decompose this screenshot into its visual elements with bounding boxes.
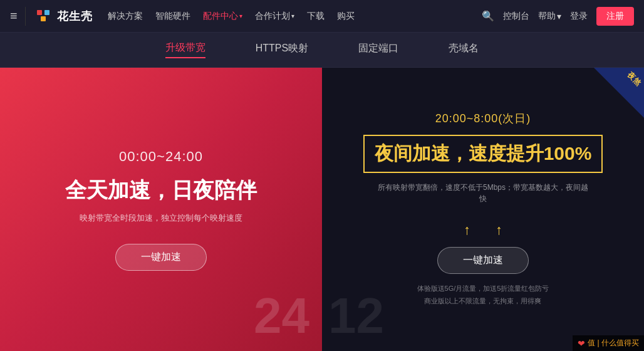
navbar: ≡ 花生壳 解决方案 智能硬件 配件中心 ▾ 合作计划 ▾ 下载 购买 🔍 控制… [0,0,644,33]
right-panel-title-box: 夜间加速，速度提升100% [363,135,603,173]
nav-link-hardware[interactable]: 智能硬件 [155,11,190,22]
nav-link-download[interactable]: 下载 [307,11,325,22]
nav-right: 🔍 控制台 帮助 ▾ 登录 注册 [482,7,634,26]
logo-text: 花生壳 [57,9,93,24]
arrow-up-left: ↑ [464,222,470,238]
right-panel-night: 夜煞 20:00~8:00(次日) 夜间加速，速度提升100% 所有映射带宽翻倍… [322,68,644,351]
svg-rect-3 [41,16,46,21]
register-button[interactable]: 注册 [596,7,634,26]
tab-https-mapping[interactable]: HTTPS映射 [256,42,308,58]
dropdown-arrow-partners: ▾ [291,13,294,19]
night-badge: 夜煞 [594,68,644,118]
right-panel-time: 20:00~8:00(次日) [435,111,531,126]
nav-control-link[interactable]: 控制台 [503,11,529,22]
left-panel-number: 24 [254,287,309,345]
right-panel-note: 体验版送5G/月流量，加送5折流量红包防亏 商业版以上不限流量，无拘束，用得爽 [417,283,549,308]
nav-link-partners[interactable]: 合作计划 ▾ [255,11,294,22]
main-content: 00:00~24:00 全天加速，日夜陪伴 映射带宽全时段加速，独立控制每个映射… [0,68,644,351]
left-panel-allday: 00:00~24:00 全天加速，日夜陪伴 映射带宽全时段加速，独立控制每个映射… [0,68,322,351]
arrow-up-right: ↑ [496,222,502,238]
nav-help-link[interactable]: 帮助 ▾ [538,11,561,22]
left-panel-title: 全天加速，日夜陪伴 [65,176,257,205]
hamburger-icon[interactable]: ≡ [10,9,18,23]
dropdown-arrow-accessories: ▾ [239,13,242,19]
login-button[interactable]: 登录 [570,11,588,22]
arrow-indicators: ↑ ↑ [464,222,502,238]
right-panel-title: 夜间加速，速度提升100% [375,141,592,167]
nav-divider [25,7,26,26]
nav-link-buy[interactable]: 购买 [337,11,355,22]
tab-shell-domain[interactable]: 壳域名 [449,42,479,58]
sub-tabs-bar: 升级带宽 HTTPS映射 固定端口 壳域名 [0,33,644,68]
watermark-text: 值 | 什么值得买 [588,338,639,348]
left-panel-time: 00:00~24:00 [119,149,203,165]
svg-rect-2 [44,10,49,15]
right-panel-number: 12 [328,287,384,345]
tab-fixed-port[interactable]: 固定端口 [358,42,398,58]
search-icon[interactable]: 🔍 [482,10,494,22]
dropdown-arrow-help: ▾ [557,11,561,21]
tab-upgrade-bandwidth[interactable]: 升级带宽 [165,41,205,58]
nav-link-solutions[interactable]: 解决方案 [108,11,143,22]
watermark-heart-icon: ❤ [578,338,585,348]
nav-logo[interactable]: 花生壳 [33,6,93,26]
logo-icon [33,6,53,26]
right-panel-subtitle: 所有映射带宽翻倍，速度不低于5Mbps；带宽基数越大，夜间越快 [377,182,589,204]
nav-links: 解决方案 智能硬件 配件中心 ▾ 合作计划 ▾ 下载 购买 [108,11,482,22]
right-panel-boost-button[interactable]: 一键加速 [437,247,529,274]
watermark: ❤ 值 | 什么值得买 [573,335,644,351]
nav-link-accessories[interactable]: 配件中心 ▾ [203,11,242,22]
svg-rect-1 [37,10,42,15]
left-panel-boost-button[interactable]: 一键加速 [115,244,207,271]
left-panel-subtitle: 映射带宽全时段加速，独立控制每个映射速度 [80,212,242,224]
